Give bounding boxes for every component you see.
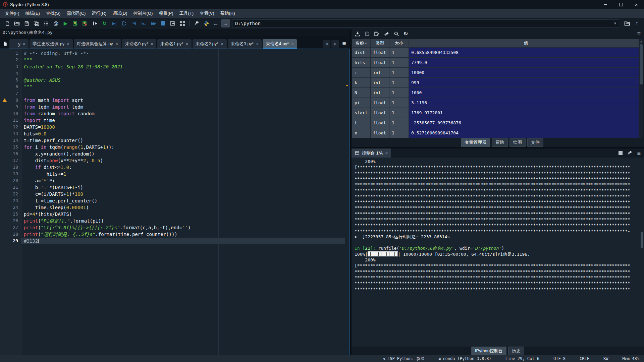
variable-row[interactable]: Nint11000 (352, 88, 643, 98)
console-options-menu-button[interactable]: ≡ (637, 150, 641, 156)
console-pane-tab[interactable]: IPython控制台 (471, 347, 506, 355)
rerun-button[interactable]: ↻ (100, 19, 109, 28)
run-cell-advance-button[interactable] (80, 19, 90, 28)
editor-tab[interactable]: 对选课集合运算.py× (74, 39, 121, 49)
menu-item[interactable]: 项目(P) (156, 9, 176, 18)
interrupt-kernel-icon[interactable] (619, 151, 623, 155)
tab-close-icon[interactable]: × (67, 41, 69, 47)
tab-close-icon[interactable]: × (115, 41, 118, 47)
forward-button[interactable]: → (221, 19, 230, 27)
browse-directory-button[interactable] (623, 19, 632, 28)
menu-item[interactable]: 源代码(C) (63, 9, 89, 18)
variable-row[interactable]: startfloat11769.9772801 (352, 108, 643, 118)
run-selection-button[interactable] (90, 19, 99, 28)
column-header[interactable]: 值 (409, 39, 643, 48)
remove-variables-button[interactable] (384, 31, 389, 36)
scroll-up-icon[interactable]: ▲ (639, 39, 643, 44)
refresh-variables-button[interactable]: ↻ (404, 31, 408, 37)
search-variables-button[interactable] (394, 31, 399, 37)
console-scrollbar[interactable] (640, 158, 644, 347)
tab-close-icon[interactable]: × (256, 41, 259, 47)
maximize-button[interactable] (613, 0, 629, 9)
debug-fast-forward-button[interactable]: ▶▶ (149, 19, 158, 28)
save-button[interactable] (22, 19, 31, 28)
console-tab[interactable]: 控制台 1/A × (352, 148, 391, 158)
tab-close-icon[interactable]: × (186, 41, 189, 47)
menu-item[interactable]: 控制台(O) (130, 9, 156, 18)
tab-close-icon[interactable]: × (291, 41, 294, 47)
console-output[interactable]: 200%[***********************************… (352, 158, 644, 347)
pane-tab[interactable]: 文件 (527, 138, 543, 147)
editor-tab[interactable]: y× (9, 39, 29, 49)
step-into-button[interactable] (129, 19, 138, 28)
debug-continue-button[interactable]: ▶| (110, 19, 119, 28)
pane-tab[interactable]: 帮助 (492, 138, 508, 147)
editor-options-menu-button[interactable]: ≡ (340, 40, 348, 48)
column-header[interactable]: 大小 (389, 39, 409, 48)
python-env-button[interactable] (202, 19, 211, 28)
debug-file-button[interactable] (119, 19, 128, 28)
preferences-button[interactable] (192, 19, 201, 28)
variable-row[interactable]: distfloat10.6855849804333508 (352, 48, 643, 58)
menu-item[interactable]: 运行(R) (89, 9, 109, 18)
editor-tab[interactable]: 学生更改选课.py× (30, 39, 73, 49)
console-tab-close-icon[interactable]: × (385, 150, 388, 156)
path-dropdown-caret-icon[interactable]: ▼ (614, 21, 616, 25)
new-file-button[interactable] (3, 19, 12, 28)
step-return-button[interactable] (139, 19, 148, 28)
column-header[interactable]: 类型 (371, 39, 389, 48)
variable-row[interactable]: kint1999 (352, 78, 643, 88)
browse-tabs-button[interactable] (0, 39, 10, 49)
save-data-as-button[interactable] (374, 31, 379, 37)
variable-row[interactable]: pifloat13.1196 (352, 98, 643, 108)
find-symbols-button[interactable]: @ (51, 19, 60, 28)
run-cell-button[interactable] (71, 19, 80, 28)
pane-tab[interactable]: 变量管理器 (461, 138, 490, 147)
column-header[interactable]: 名称▲ (352, 39, 371, 48)
menu-item[interactable]: 文件(F) (2, 9, 22, 18)
tab-close-icon[interactable]: × (221, 41, 223, 47)
run-button[interactable]: ▶ (61, 19, 70, 28)
editor-tab[interactable]: 未命名1.py*× (157, 39, 192, 49)
save-data-button[interactable] (365, 31, 370, 36)
parent-directory-button[interactable]: ↑ (632, 19, 641, 28)
maximize-pane-button[interactable] (178, 19, 187, 28)
open-file-button[interactable] (12, 19, 21, 28)
menu-item[interactable]: 查看(V) (197, 9, 217, 18)
working-directory-input[interactable]: D:\python ▼ (232, 19, 619, 27)
menu-item[interactable]: 工具(T) (176, 9, 197, 18)
menu-item[interactable]: 帮助(H) (217, 9, 238, 18)
scroll-tabs-left-button[interactable]: ◀ (323, 40, 330, 48)
minimize-button[interactable] (598, 0, 613, 9)
clear-console-button[interactable] (627, 150, 633, 156)
new-window-button[interactable] (168, 19, 177, 28)
menu-item[interactable]: 查找(S) (43, 9, 63, 18)
back-button[interactable]: ← (211, 19, 220, 28)
tab-close-icon[interactable]: × (23, 41, 25, 47)
variable-row[interactable]: hitsfloat17799.0 (352, 58, 643, 68)
editor-tab[interactable]: 未命名2.py*× (193, 39, 227, 49)
code-editor[interactable]: 1# -*- coding: utf-8 -*-2"""3Created on … (0, 49, 350, 355)
menu-item[interactable]: 编辑(E) (22, 9, 43, 18)
scrollbar-thumb[interactable] (640, 44, 643, 84)
variable-row[interactable]: iint110000 (352, 68, 643, 78)
close-button[interactable]: × (629, 0, 644, 9)
scroll-tabs-right-button[interactable]: ▶ (331, 40, 339, 48)
stop-button[interactable] (158, 19, 167, 28)
menu-item[interactable]: 调试(D) (109, 9, 130, 18)
tab-close-icon[interactable]: × (151, 41, 153, 47)
variable-options-menu-button[interactable]: ≡ (637, 31, 641, 37)
save-all-button[interactable] (32, 19, 41, 28)
editor-tab[interactable]: 未命名4.py*× (263, 39, 297, 49)
editor-tab[interactable]: 未命名3.py*× (228, 39, 262, 49)
variable-row[interactable]: xfloat10.5271000989841704 (352, 128, 643, 138)
editor-tab[interactable]: 未命名0.py*× (122, 39, 156, 49)
console-pane-tab[interactable]: 历史 (508, 347, 524, 355)
console-scrollbar-thumb[interactable] (641, 232, 643, 248)
interpreter-status[interactable]: ◉conda (Python 3.8.8) (439, 356, 491, 361)
pane-tab[interactable]: 绘图 (509, 138, 526, 147)
import-data-button[interactable] (355, 31, 360, 37)
variable-row[interactable]: tfloat1-25385077.093736876 (352, 118, 643, 128)
variable-table-scrollbar[interactable]: ▲ (639, 39, 643, 138)
file-switcher-button[interactable] (42, 19, 51, 28)
